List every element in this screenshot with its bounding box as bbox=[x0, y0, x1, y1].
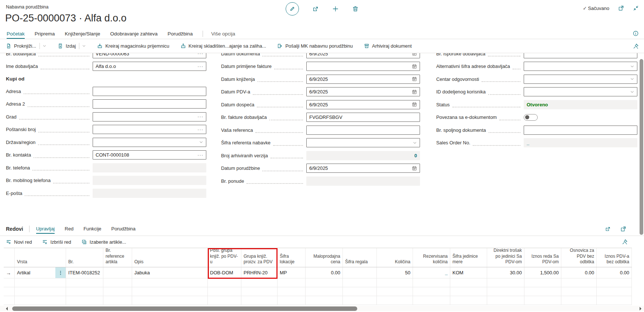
cell-direktni-trosak-po-jedinici[interactable]: 30.00 bbox=[487, 267, 524, 278]
tab-porud-bina[interactable]: Porudžbina bbox=[168, 29, 193, 39]
cell-sifra-regala[interactable] bbox=[343, 267, 377, 278]
povezana-sa-e-dokumentom-toggle[interactable] bbox=[524, 114, 538, 121]
lines-menu-upravljaj[interactable]: Upravljaj bbox=[36, 222, 55, 236]
tab-more-options[interactable]: Više opcija bbox=[211, 29, 235, 39]
lines-share-button[interactable] bbox=[605, 226, 611, 232]
delete-button[interactable] bbox=[352, 6, 359, 12]
ifra-referenta-nabavke-input[interactable] bbox=[306, 138, 420, 147]
datum-dokumenta-input[interactable]: 6/9/2025 bbox=[306, 53, 420, 58]
pin-button[interactable] bbox=[633, 43, 639, 49]
field-value[interactable]: _ bbox=[527, 140, 634, 145]
date-picker-button[interactable] bbox=[412, 102, 417, 107]
cell-kolicina[interactable]: 50 bbox=[377, 267, 413, 278]
alternativni-ifra-adrese-dobavlja-a-input[interactable] bbox=[524, 62, 637, 71]
lines-menu-funkcije[interactable]: Funkcije bbox=[83, 222, 101, 236]
edit-button[interactable] bbox=[286, 2, 299, 16]
br-dobavlja-a-input[interactable]: VEND-0000063··· bbox=[93, 53, 206, 58]
field-value[interactable]: 0 bbox=[309, 153, 417, 158]
cell-maloprodajna-cena[interactable]: 0.00 bbox=[306, 267, 343, 278]
reserved-quantity-link[interactable]: _ bbox=[445, 270, 448, 275]
assist-edit-button[interactable]: ··· bbox=[197, 128, 203, 131]
tab-priprema[interactable]: Priprema bbox=[35, 29, 55, 39]
sales-order-no-input[interactable]: _ bbox=[524, 138, 637, 147]
date-picker-button[interactable] bbox=[412, 166, 417, 171]
lines-action-novi-red[interactable]: Novi red bbox=[6, 239, 32, 245]
adresa-2-input[interactable] bbox=[93, 99, 206, 109]
scroll-left-arrow[interactable] bbox=[6, 307, 8, 311]
assist-edit-button[interactable]: ··· bbox=[197, 115, 203, 119]
collapse-button[interactable] bbox=[633, 5, 639, 11]
action-kreiraj-magacinsku-prijemnicu[interactable]: Kreiraj magacinsku prijemnicu bbox=[97, 43, 169, 49]
info-button[interactable] bbox=[633, 30, 639, 37]
br-isporuke-dobavlja-a-input[interactable] bbox=[524, 53, 637, 58]
datum-primljene-fakture-input[interactable] bbox=[306, 62, 420, 71]
cell-br-reference-artikla[interactable] bbox=[103, 267, 132, 278]
action-izdaj[interactable]: Izdaj bbox=[58, 43, 86, 49]
tab-po-etak[interactable]: Početak bbox=[7, 29, 25, 39]
datum-knji-enja-input[interactable]: 6/9/2025 bbox=[306, 75, 420, 84]
scroll-right-arrow[interactable] bbox=[640, 307, 641, 311]
dr-ava-region-input[interactable] bbox=[93, 138, 206, 147]
dropdown-button[interactable] bbox=[199, 140, 203, 144]
row-options-button[interactable]: ⋮ bbox=[55, 267, 66, 278]
column-header-iznos-reda[interactable]: Iznos reda Sa PDV-om bbox=[524, 248, 561, 267]
dropdown-button[interactable] bbox=[413, 141, 417, 145]
grad-input[interactable]: ··· bbox=[93, 112, 206, 121]
tab-knji-enje-slanje[interactable]: Knjiženje/Slanje bbox=[65, 29, 100, 39]
column-header-maloprodajna-cena[interactable]: Maloprodajna cena bbox=[306, 248, 343, 267]
lines-menu-porud-bina[interactable]: Porudžbina bbox=[111, 222, 136, 236]
action-arhiviraj-dokument[interactable]: Arhiviraj dokument bbox=[364, 43, 412, 49]
column-header-br-reference-artikla[interactable]: Br. reference artikla bbox=[103, 248, 132, 267]
horizontal-scrollbar-thumb[interactable] bbox=[12, 306, 357, 311]
datum-pdv-a-input[interactable]: 6/9/2025 bbox=[306, 87, 420, 96]
date-picker-button[interactable] bbox=[412, 89, 417, 95]
broj-arhiviranih-verzija-input[interactable]: 0 bbox=[306, 151, 420, 160]
lines-menu-red[interactable]: Red bbox=[65, 222, 73, 236]
lines-action-izaberite-artikle[interactable]: Izaberite artikle... bbox=[82, 239, 126, 245]
cell-grupa-knjiz-proizv-za-pdv[interactable]: PRHRN-20 bbox=[241, 267, 278, 278]
column-header-sifra-jedinice-mere[interactable]: Šifra jedinice mere bbox=[450, 248, 487, 267]
column-header-row-indicator[interactable] bbox=[4, 248, 15, 267]
po-tanski-broj-input[interactable]: ··· bbox=[93, 125, 206, 134]
column-header-opis[interactable]: Opis bbox=[132, 248, 208, 267]
cell-osnovica-za-pdv[interactable]: 0.00 bbox=[561, 267, 597, 278]
column-header-osnovica-za-pdv[interactable]: Osnovica za PDV bez odbitka bbox=[561, 248, 597, 267]
cell-posl-grupa-knjiz-po-pdv-u[interactable]: DOB-DOM bbox=[208, 267, 241, 278]
cell-vrsta[interactable]: Artikal⋮ bbox=[15, 267, 66, 278]
ime-dobavlja-a-input[interactable]: Alfa d.o.o··· bbox=[93, 62, 206, 71]
va-a-referenca-input[interactable] bbox=[306, 126, 420, 135]
column-header-sifra-regala[interactable]: Šifra regala bbox=[343, 248, 377, 267]
tab-odobravanje-zahteva[interactable]: Odobravanje zahteva bbox=[110, 29, 158, 39]
cell-br[interactable]: ITEM-0018252 bbox=[66, 267, 103, 278]
assist-edit-button[interactable]: ··· bbox=[197, 153, 203, 157]
cell-rezervisana-kolicina[interactable]: _ bbox=[413, 267, 450, 278]
action-proknji-i[interactable]: Proknjiži... bbox=[6, 43, 47, 49]
lines-pin-button[interactable] bbox=[622, 239, 628, 245]
column-header-vrsta[interactable]: Vrsta bbox=[15, 248, 66, 267]
id-dodeljenog-korisnika-input[interactable] bbox=[524, 87, 637, 96]
br-spoljnog-dokumenta-input[interactable] bbox=[524, 126, 637, 135]
share-button[interactable] bbox=[312, 6, 319, 12]
date-picker-button[interactable] bbox=[412, 53, 417, 56]
date-picker-button[interactable] bbox=[412, 64, 417, 69]
datum-porud-bine-input[interactable]: 6/9/2025 bbox=[306, 164, 420, 173]
vertical-scrollbar-thumb[interactable] bbox=[640, 59, 643, 235]
column-header-grupa-knjiz-proizv-za-pdv[interactable]: Grupa knjiž. proizv. za PDV bbox=[241, 248, 278, 267]
add-button[interactable] bbox=[332, 6, 339, 12]
lines-popout-button[interactable] bbox=[620, 226, 626, 232]
column-header-iznos-pdv-a[interactable]: Iznos PDV-a bez odbitka bbox=[597, 248, 632, 267]
column-header-kolicina[interactable]: Količina bbox=[377, 248, 413, 267]
br-kontakta-input[interactable]: CONT-0000108··· bbox=[93, 150, 206, 160]
column-header-direktni-trosak-po-jedinici[interactable]: Direktni trošak po jedinici Sa PDV-om bbox=[487, 248, 524, 267]
popout-button[interactable] bbox=[618, 5, 624, 11]
dropdown-button[interactable] bbox=[630, 90, 634, 94]
cell-opis[interactable]: Jabuka bbox=[132, 267, 208, 278]
cell-sifra-lokacije[interactable]: MP bbox=[278, 267, 306, 278]
column-header-rezervisana-kolicina[interactable]: Rezervisana količina bbox=[413, 248, 450, 267]
dropdown-button[interactable] bbox=[630, 77, 634, 81]
centar-odgovornosti-input[interactable] bbox=[524, 75, 637, 84]
datum-dospe-a-input[interactable]: 6/9/2025 bbox=[306, 100, 420, 109]
cell-sifra-jedinice-mere[interactable]: KOM bbox=[450, 267, 487, 278]
adresa-input[interactable] bbox=[93, 87, 206, 96]
dropdown-button[interactable] bbox=[630, 64, 634, 69]
